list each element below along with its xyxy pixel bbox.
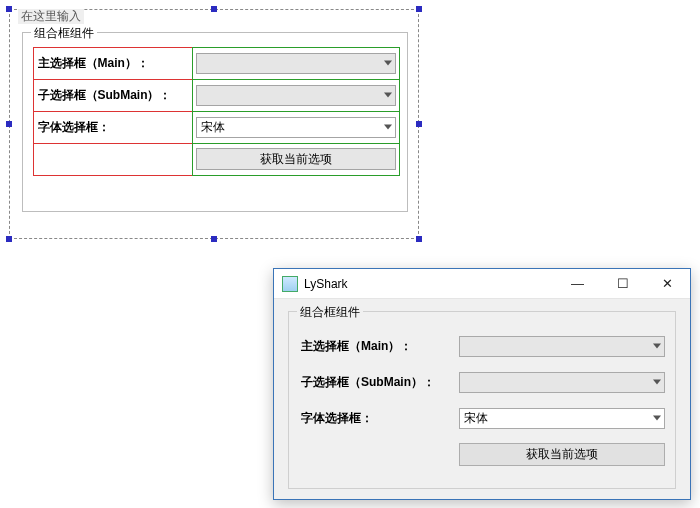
resize-handle-ne[interactable] (416, 6, 422, 12)
window-title: LyShark (304, 277, 348, 291)
label-submain[interactable]: 子选择框（SubMain）： (33, 79, 193, 112)
label-font[interactable]: 字体选择框： (33, 111, 193, 144)
close-button[interactable]: ✕ (645, 269, 690, 298)
chevron-down-icon (384, 61, 392, 66)
row-font: 字体选择框： 宋体 (33, 111, 399, 143)
cell-font-combo: 宋体 (192, 111, 400, 144)
combobox-main[interactable] (459, 336, 665, 357)
groupbox-combobox-widgets[interactable]: 组合框组件 主选择框（Main）： 子选择框（SubMain）： (22, 32, 408, 212)
label-font: 字体选择框： (301, 410, 459, 427)
cell-main-combo (192, 47, 400, 80)
label-main: 主选择框（Main）： (301, 338, 459, 355)
combobox-submain[interactable] (459, 372, 665, 393)
title-placeholder-label[interactable]: 在这里输入 (18, 9, 84, 24)
resize-handle-se[interactable] (416, 236, 422, 242)
titlebar[interactable]: LyShark — ☐ ✕ (274, 269, 690, 299)
chevron-down-icon (384, 125, 392, 130)
maximize-button[interactable]: ☐ (600, 269, 645, 298)
font-combobox[interactable]: 宋体 (459, 408, 665, 429)
chevron-down-icon (384, 93, 392, 98)
resize-handle-n[interactable] (211, 6, 217, 12)
row-submain: 子选择框（SubMain）： (33, 79, 399, 111)
row-main: 主选择框（Main）： (33, 47, 399, 79)
font-combobox[interactable]: 宋体 (196, 117, 396, 138)
runtime-window: LyShark — ☐ ✕ 组合框组件 主选择框（Main）： 子选择框（Sub… (273, 268, 691, 500)
app-icon (282, 276, 298, 292)
row-font: 字体选择框： 宋体 (301, 400, 665, 436)
minimize-button[interactable]: — (555, 269, 600, 298)
groupbox-title: 组合框组件 (31, 25, 97, 42)
form-layout: 主选择框（Main）： 子选择框（SubMain）： 字体选择框： (301, 328, 665, 472)
groupbox-combobox-widgets: 组合框组件 主选择框（Main）： 子选择框（SubMain）： (288, 311, 676, 489)
row-button: 获取当前选项 (301, 436, 665, 472)
cell-submain-combo (192, 79, 400, 112)
combobox-main[interactable] (196, 53, 396, 74)
resize-handle-s[interactable] (211, 236, 217, 242)
label-empty[interactable] (33, 143, 193, 176)
get-current-option-button[interactable]: 获取当前选项 (196, 148, 396, 170)
chevron-down-icon (653, 344, 661, 349)
form-designer-canvas[interactable]: 在这里输入 组合框组件 主选择框（Main）： 子选择框（SubMain）： (9, 9, 419, 239)
row-submain: 子选择框（SubMain）： (301, 364, 665, 400)
chevron-down-icon (653, 380, 661, 385)
resize-handle-nw[interactable] (6, 6, 12, 12)
font-combobox-value: 宋体 (464, 411, 488, 425)
row-button: 获取当前选项 (33, 143, 399, 175)
row-main: 主选择框（Main）： (301, 328, 665, 364)
cell-button: 获取当前选项 (192, 143, 400, 176)
font-combobox-value: 宋体 (201, 120, 225, 134)
resize-handle-e[interactable] (416, 121, 422, 127)
resize-handle-w[interactable] (6, 121, 12, 127)
chevron-down-icon (653, 416, 661, 421)
groupbox-title: 组合框组件 (297, 304, 363, 321)
label-main[interactable]: 主选择框（Main）： (33, 47, 193, 80)
form-layout: 主选择框（Main）： 子选择框（SubMain）： 字体选择框： (33, 47, 399, 203)
combobox-submain[interactable] (196, 85, 396, 106)
get-current-option-button[interactable]: 获取当前选项 (459, 443, 665, 466)
label-submain: 子选择框（SubMain）： (301, 374, 459, 391)
resize-handle-sw[interactable] (6, 236, 12, 242)
